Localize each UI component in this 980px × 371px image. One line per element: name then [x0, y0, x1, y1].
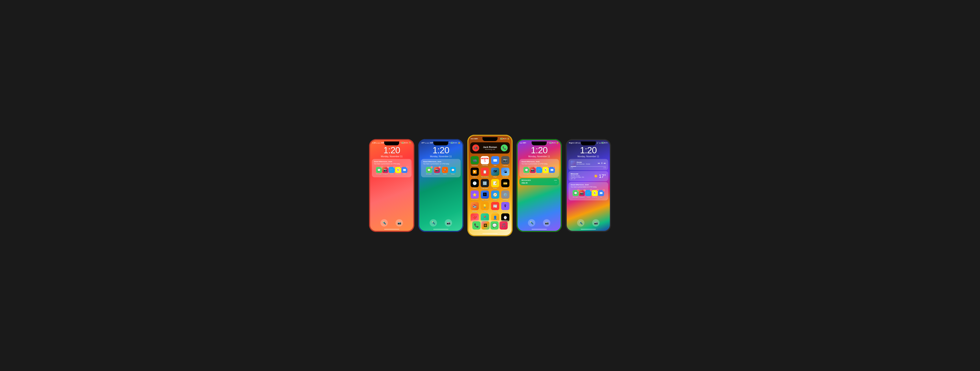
- dock-photos[interactable]: 🖼: [481, 221, 490, 230]
- elapsed-time: 0:06: [571, 167, 573, 168]
- camera-btn-5[interactable]: 📷: [592, 219, 600, 227]
- flashlight-btn-5[interactable]: 🔦: [577, 219, 584, 227]
- notif-card-4[interactable]: Good Afternoon, Josh You have a presenta…: [519, 159, 559, 177]
- battery-4: [549, 142, 552, 144]
- app-ibooks[interactable]: 📚 iBooks: [470, 202, 479, 212]
- flashlight-btn-2[interactable]: 🔦: [430, 219, 437, 227]
- lock-time-5: 1:20 Monday, November 11: [567, 145, 610, 158]
- weather-range: 19° / 9°: [571, 178, 584, 179]
- bottom-controls-1: 🔦 📷: [370, 219, 413, 227]
- dock-phone[interactable]: 📞: [473, 221, 480, 230]
- signal-1: ▲▲▲: [376, 142, 381, 144]
- app-mail-1[interactable]: ✉️ 1 Mail: [401, 167, 407, 175]
- app-maps[interactable]: 🗺 Maps: [491, 168, 500, 178]
- prev-btn[interactable]: ⏮: [598, 162, 600, 164]
- messages-dots: ···: [555, 182, 557, 184]
- app-clock[interactable]: 🕐 Clock: [470, 179, 479, 189]
- notch-1: [384, 141, 399, 146]
- app-twitter-5[interactable]: 🐦 3 Twitter: [585, 190, 591, 198]
- time-display-2: 1:20: [419, 146, 462, 155]
- notif-card-2[interactable]: Good Afternoon, Josh You have a presenta…: [421, 159, 461, 177]
- notif-card-5[interactable]: Good Afternoon, Josh You have a presenta…: [568, 182, 608, 200]
- camera-btn-4[interactable]: 📷: [543, 219, 550, 227]
- music-progress: [571, 166, 606, 167]
- app-twitter-1[interactable]: 🐦 3 Twitter: [389, 167, 395, 175]
- battery-1: [401, 142, 404, 144]
- notif-title-5: Good Afternoon, Josh: [571, 184, 606, 186]
- home-indicator-4: [531, 229, 547, 230]
- app-skype-2[interactable]: 💬 Skype: [450, 167, 456, 175]
- flashlight-btn-1[interactable]: 🔦: [380, 219, 388, 227]
- app-instagram-4[interactable]: 📷 12 Instagram: [530, 167, 536, 175]
- app-weather[interactable]: 🌤 Weather: [501, 168, 510, 178]
- battery-3: [500, 138, 503, 139]
- phone-black: Rogers 1:20 ●●● Rogers WiFi 🔵 🔊 ▲ 93% 1:…: [566, 139, 611, 232]
- app-instagram-1[interactable]: 📷 12 Instagram: [382, 167, 388, 175]
- date-2: Monday, November 11: [419, 155, 462, 158]
- app-notes[interactable]: 📝 Notes: [491, 179, 500, 189]
- flashlight-btn-4[interactable]: 🔦: [528, 219, 535, 227]
- app-appstore[interactable]: 🅰 App Store: [480, 190, 490, 201]
- app-messages-5[interactable]: 💬 2 Messages: [573, 190, 579, 198]
- app-settings[interactable]: ⚙️ Settings: [501, 190, 510, 201]
- dock-messages[interactable]: 💬: [490, 221, 499, 230]
- camera-btn-2[interactable]: 📷: [445, 219, 452, 227]
- app-snapchat-5[interactable]: 👻 4 Snapchat: [592, 190, 598, 198]
- app-snapchat-4[interactable]: 👻 4 Snapchat: [542, 167, 549, 175]
- messages-app-label: MESSAGES: [522, 179, 531, 181]
- app-messages-1[interactable]: 💬 2 Messages: [376, 167, 382, 175]
- app-twitter-4[interactable]: 🐦 3 Twitter: [536, 167, 542, 175]
- music-widget[interactable]: Divide Ed Sheeran - Divide ⏮ ⏸ ⏭ 0:0: [568, 159, 608, 170]
- instagram-label-1: Instagram: [382, 173, 388, 175]
- app-mail-5[interactable]: ✉️ 1 Mail: [598, 190, 604, 198]
- notch-5: [581, 141, 596, 146]
- app-news[interactable]: 📰 News: [491, 202, 500, 212]
- app-messages-2[interactable]: 💬 2 Messages: [426, 167, 432, 175]
- decline-btn[interactable]: 📵: [473, 144, 479, 151]
- notif-body-1: You have a presentation at 3 PM today.: [374, 163, 409, 165]
- app-itunes[interactable]: ⭐ iTunes Store: [470, 190, 479, 201]
- messages-notif-4[interactable]: MESSAGES now Alex B ···: [519, 178, 559, 185]
- next-btn[interactable]: ⏭: [604, 162, 606, 164]
- app-facetime[interactable]: 📹 Facetime: [470, 156, 479, 166]
- app-videos[interactable]: ▶️ Videos: [470, 168, 479, 178]
- messages-time: now: [554, 179, 557, 181]
- pause-btn[interactable]: ⏸: [601, 162, 603, 164]
- app-calculator[interactable]: 🔢 Calculator: [480, 179, 490, 189]
- camera-btn-1[interactable]: 📷: [396, 219, 403, 227]
- app-calendar[interactable]: Monday 5 Calendar: [480, 156, 490, 166]
- home-indicator-2: [433, 229, 449, 230]
- mail-label-1: Mail: [401, 173, 407, 175]
- accept-btn[interactable]: 📞: [501, 144, 508, 151]
- weather-widget-5[interactable]: Moscow Mostly Sunny Chance of Rain: 0% 1…: [568, 171, 608, 181]
- notif-title-2: Good Afternoon, Josh: [423, 161, 458, 163]
- app-instagram-5[interactable]: 📷 12 Instagram: [579, 190, 585, 198]
- battery-pct-1: 93%: [405, 142, 408, 144]
- app-camera[interactable]: 📷 Camera: [501, 156, 510, 166]
- phone-red: 1:20 ▲▲▲ WiFi ☀️ 17° 93% 🔒 1: [369, 139, 414, 232]
- notif-body-2: You have a presentation at 3 PM today.: [423, 163, 458, 165]
- app-tips[interactable]: 💡 Tips: [480, 202, 490, 212]
- lock-time-2: 1:20 Monday, November 11: [419, 145, 462, 158]
- music-times: 0:06 -2:59: [571, 167, 606, 168]
- app-messages-4[interactable]: 💬 2 Messages: [523, 167, 530, 175]
- app-apollo-2[interactable]: 🚀 Apollo: [442, 167, 448, 175]
- snapchat-label-1: Snapchat: [395, 173, 401, 175]
- app-podcasts[interactable]: 🎙 Podcasts: [501, 202, 510, 212]
- weather-temp-5: 17°: [599, 173, 606, 179]
- app-mail-4[interactable]: ✉️ 1 Mail: [549, 167, 555, 175]
- date-1: Monday, November 11: [370, 155, 413, 158]
- notif-body-5: You have a presentation at 3 PM today.: [571, 186, 606, 188]
- dock-music[interactable]: 🎵: [500, 221, 508, 230]
- app-mail[interactable]: ✉️ Mail: [491, 156, 500, 166]
- app-wallet[interactable]: 💳 Wallet: [501, 179, 510, 189]
- messages-icon-1: 💬 2: [376, 167, 382, 173]
- incoming-call[interactable]: 📵 Jack Roman Incoming call 📞: [470, 142, 510, 154]
- app-reminders[interactable]: 📋 Reminders: [480, 168, 490, 178]
- app-instagram-2[interactable]: 📷 12 Instagram: [434, 167, 440, 175]
- notif-card-1[interactable]: Good Afternoon, Josh You have a presenta…: [372, 159, 412, 177]
- app-safari[interactable]: 🧭 Safari: [491, 190, 500, 201]
- remaining-time: -2:59: [603, 167, 606, 168]
- app-snapchat-1[interactable]: 👻 4 Snapchat: [395, 167, 401, 175]
- time-display-1: 1:20: [370, 146, 413, 155]
